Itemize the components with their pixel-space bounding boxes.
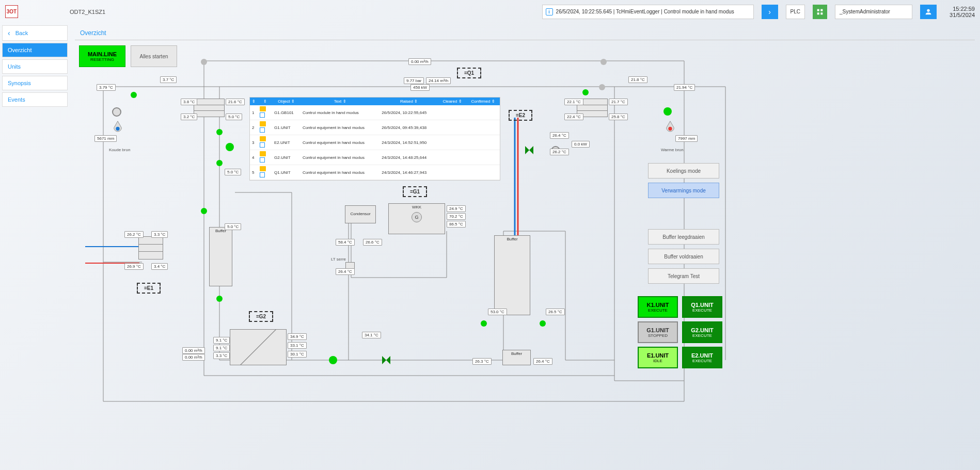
temp-tag[interactable]: 30.1 °C	[288, 351, 307, 358]
level-tag[interactable]: 5671 mm	[94, 135, 117, 142]
alarm-table[interactable]: ⇕ ⇕ Object ⇕ Text ⇕ Raised ⇕ Cleared ⇕ C…	[249, 97, 500, 181]
temp-tag[interactable]: 9.1 °C	[213, 345, 230, 351]
valve-dot[interactable]	[226, 143, 234, 151]
g2-unit-button[interactable]: G2.UNITEXECUTE	[682, 321, 722, 343]
temp-tag[interactable]: 26.6 °C	[363, 239, 382, 246]
valve-dot[interactable]	[582, 89, 589, 95]
event-next-button[interactable]: ›	[762, 5, 778, 19]
valve-dot[interactable]	[216, 296, 223, 302]
warme-bron-icon[interactable]	[665, 120, 676, 135]
unit-g1-tag[interactable]: =G1	[403, 186, 427, 197]
valve-dot[interactable]	[600, 59, 607, 65]
temp-tag[interactable]: 26.3 °C	[472, 358, 492, 365]
nav-units[interactable]: Units	[2, 59, 68, 74]
col-cleared[interactable]: Cleared ⇕	[438, 98, 466, 105]
e1-unit-button[interactable]: E1.UNITIDLE	[638, 347, 678, 368]
temp-tag[interactable]: 5.0 °C	[226, 114, 242, 120]
temp-tag[interactable]: 26.2 °C	[124, 231, 144, 238]
hx-q1-left[interactable]	[194, 99, 225, 117]
temp-tag[interactable]: 3.8 °C	[181, 99, 197, 105]
valve-dot[interactable]	[329, 356, 337, 364]
valve-dot[interactable]	[216, 129, 223, 135]
temp-tag[interactable]: 26.4 °C	[550, 132, 569, 139]
temp-tag[interactable]: 34.1 °C	[362, 332, 381, 338]
e2-unit-button[interactable]: E2.UNITEXECUTE	[682, 347, 722, 368]
temp-tag[interactable]: 24.9 °C	[447, 205, 466, 212]
temp-tag[interactable]: 86.5 °C	[447, 221, 466, 228]
g2-hx[interactable]	[230, 329, 287, 365]
plc-status[interactable]: PLC	[786, 5, 805, 19]
power-tag[interactable]: 0.0 kW	[572, 141, 590, 148]
power-tag[interactable]: 458 kW	[410, 84, 430, 91]
temp-tag[interactable]: 22.1 °C	[564, 99, 583, 105]
telegram-test-button[interactable]: Telegram Test	[648, 268, 719, 284]
valve-dot[interactable]	[599, 84, 605, 90]
valve-dot[interactable]	[540, 320, 546, 327]
temp-tag[interactable]: 26.4 °C	[533, 358, 552, 365]
buffer-bottom[interactable]: Buffer	[502, 350, 531, 365]
temp-tag[interactable]: 34.9 °C	[288, 333, 307, 340]
buffer-mid[interactable]: Buffer	[494, 235, 530, 315]
temp-tag[interactable]: 21.7 °C	[609, 99, 628, 105]
level-tag[interactable]: 7997 mm	[675, 135, 698, 142]
flow-tag[interactable]: 0.00 m³/h	[408, 58, 431, 65]
temp-tag[interactable]: 21.8 °C	[628, 76, 647, 83]
col-confirmed[interactable]: Confirmed ⇕	[466, 98, 500, 105]
temp-tag[interactable]: 3.3 °C	[213, 352, 230, 359]
temp-tag[interactable]: 70.2 °C	[447, 213, 466, 220]
g1-unit-button[interactable]: G1.UNITSTOPPED	[638, 321, 678, 343]
temp-tag[interactable]: 21.6 °C	[226, 99, 245, 105]
col-idx[interactable]: ⇕	[250, 98, 258, 105]
valve-dot[interactable]	[201, 59, 207, 65]
nav-synopsis[interactable]: Synopsis	[2, 76, 68, 90]
col-text[interactable]: Text ⇕	[301, 98, 380, 105]
koelings-mode-button[interactable]: Koelings mode	[648, 163, 719, 179]
hx-e1[interactable]	[138, 236, 163, 260]
temp-tag[interactable]: 22.4 °C	[564, 114, 583, 120]
user-icon[interactable]	[920, 5, 937, 19]
temp-tag[interactable]: 53.0 °C	[488, 309, 507, 315]
q1-unit-button[interactable]: Q1.UNITEXECUTE	[682, 296, 722, 318]
valve-icon[interactable]	[382, 356, 390, 364]
alarm-row[interactable]: 2 G1.UNITControl equipment in hand modus…	[250, 120, 500, 135]
temp-tag[interactable]: 25.8 °C	[609, 114, 628, 120]
temp-tag[interactable]: 3.3 °C	[151, 231, 168, 238]
user-box[interactable]: _SystemAdministrator	[835, 5, 912, 19]
alarm-row[interactable]: 3 E2.UNITControl equipment in hand modus…	[250, 135, 500, 150]
unit-e1-tag[interactable]: =E1	[137, 283, 161, 294]
pressure-tag[interactable]: 9.77 bar	[404, 77, 424, 84]
flow-tag[interactable]: 0.00 m³/h	[182, 354, 205, 361]
alarm-row[interactable]: 4 G2.UNITControl equipment in hand modus…	[250, 150, 500, 165]
wkk-box[interactable]: WKKG	[388, 203, 445, 234]
temp-tag[interactable]: 26.9 °C	[124, 263, 144, 270]
buffer-vol-button[interactable]: Buffer voldraaien	[648, 249, 719, 264]
flow-tag[interactable]: 0.00 m³/h	[182, 347, 205, 354]
temp-tag[interactable]: 26.5 °C	[546, 309, 565, 315]
temp-tag[interactable]: 3.4 °C	[151, 263, 168, 270]
valve-dot[interactable]	[201, 208, 207, 214]
temp-tag[interactable]: 3.79 °C	[97, 84, 116, 91]
col-ico[interactable]: ⇕	[258, 98, 272, 105]
koude-bron-icon[interactable]	[112, 120, 123, 135]
nav-events[interactable]: Events	[2, 92, 68, 107]
condensor[interactable]: Condensor	[345, 205, 376, 223]
temp-tag[interactable]: 58.4 °C	[336, 239, 355, 246]
verwarmings-mode-button[interactable]: Verwarmings mode	[648, 183, 719, 198]
back-button[interactable]: ‹Back	[2, 25, 68, 41]
temp-tag[interactable]: 33.1 °C	[288, 342, 307, 349]
unit-g2-tag[interactable]: =G2	[249, 311, 273, 322]
col-object[interactable]: Object ⇕	[272, 98, 301, 105]
temp-tag[interactable]: 5.0 °C	[225, 169, 241, 175]
alarm-row[interactable]: 5 Q1.UNITControl equipment in hand modus…	[250, 165, 500, 180]
buffer-leeg-button[interactable]: Buffer leegdraaien	[648, 229, 719, 245]
temp-tag[interactable]: 9.1 °C	[213, 337, 230, 344]
temp-tag[interactable]: 26.2 °C	[550, 149, 569, 155]
unit-q1-tag[interactable]: =Q1	[457, 68, 481, 78]
col-raised[interactable]: Raised ⇕	[380, 98, 438, 105]
valve-dot[interactable]	[663, 107, 672, 116]
status-icon[interactable]	[813, 5, 827, 19]
nav-overzicht[interactable]: Overzicht	[2, 43, 68, 57]
valve-dot[interactable]	[131, 92, 137, 98]
k1-unit-button[interactable]: K1.UNITEXECUTE	[638, 296, 678, 318]
valve-dot[interactable]	[216, 160, 223, 166]
